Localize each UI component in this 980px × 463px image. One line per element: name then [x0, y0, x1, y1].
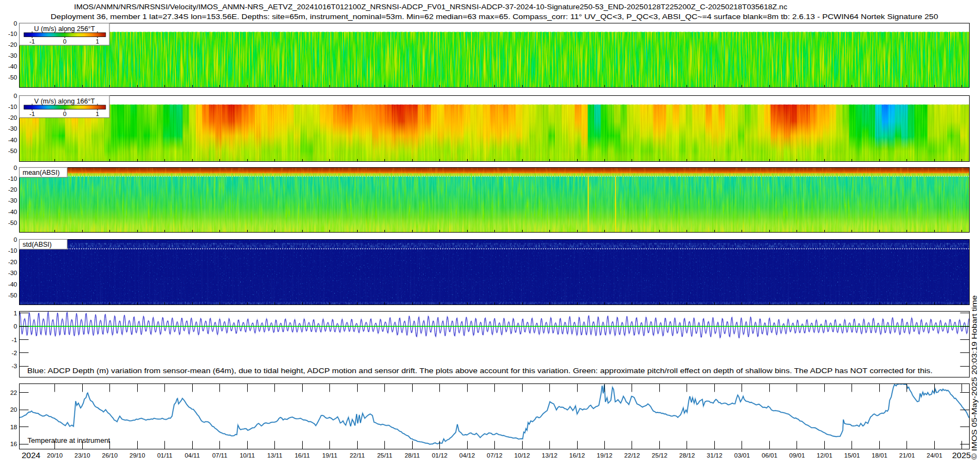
svg-text:06/01: 06/01 [762, 452, 777, 459]
svg-text:04/12: 04/12 [460, 452, 475, 459]
svg-text:-30: -30 [8, 270, 17, 276]
svg-text:-10: -10 [8, 31, 17, 37]
svg-text:15/01: 15/01 [844, 452, 860, 459]
svg-text:-30: -30 [8, 197, 17, 204]
svg-text:13/12: 13/12 [542, 452, 558, 459]
svg-text:-40: -40 [8, 209, 17, 215]
svg-text:1: 1 [14, 310, 17, 316]
svg-text:31/12: 31/12 [707, 452, 722, 459]
svg-text:16/11: 16/11 [295, 452, 310, 459]
svg-text:26/10: 26/10 [102, 452, 118, 459]
svg-text:01/11: 01/11 [157, 452, 173, 459]
svg-text:07/12: 07/12 [487, 452, 503, 459]
svg-text:16/12: 16/12 [569, 452, 585, 459]
svg-text:19/12: 19/12 [597, 452, 612, 459]
svg-text:20: 20 [10, 406, 17, 413]
svg-text:Blue: ADCP Depth (m) variation: Blue: ADCP Depth (m) variation from sens… [27, 367, 933, 375]
svg-text:2025: 2025 [952, 450, 971, 460]
svg-text:-50: -50 [8, 292, 17, 298]
svg-text:mean(ABSI): mean(ABSI) [23, 169, 60, 176]
svg-text:-1: -1 [11, 337, 17, 343]
svg-text:-1: -1 [29, 38, 35, 45]
svg-text:0: 0 [14, 165, 17, 171]
svg-text:19/11: 19/11 [322, 452, 338, 459]
svg-text:std(ABSI): std(ABSI) [23, 241, 52, 248]
svg-text:03/01: 03/01 [734, 452, 750, 459]
svg-text:18/01: 18/01 [872, 452, 887, 459]
svg-text:0: 0 [14, 323, 17, 330]
svg-text:2024: 2024 [22, 450, 41, 460]
svg-text:Deployment 36, member 1 lat=27: Deployment 36, member 1 lat=27.34S lon=1… [51, 13, 938, 21]
svg-text:-10: -10 [8, 175, 17, 182]
svg-text:0: 0 [14, 93, 17, 99]
svg-text:25/12: 25/12 [652, 452, 667, 459]
svg-text:0: 0 [63, 111, 66, 117]
svg-text:-30: -30 [8, 125, 17, 132]
svg-text:IMOS/ANMN/NRS/NRSNSI/Velocity/: IMOS/ANMN/NRS/NRSNSI/Velocity/IMOS_ANMN-… [74, 3, 787, 11]
svg-text:20/10: 20/10 [47, 452, 63, 459]
svg-text:Temperature at instrument: Temperature at instrument [28, 436, 111, 444]
svg-text:07/11: 07/11 [212, 452, 228, 459]
svg-text:25/11: 25/11 [377, 452, 393, 459]
svg-text:10/11: 10/11 [240, 452, 255, 459]
svg-text:-40: -40 [8, 137, 17, 143]
svg-text:24/01: 24/01 [927, 452, 942, 459]
svg-text:22/11: 22/11 [350, 452, 365, 459]
svg-text:0: 0 [63, 38, 66, 45]
svg-text:16: 16 [10, 441, 17, 447]
svg-text:-10: -10 [8, 103, 17, 110]
svg-text:22: 22 [10, 389, 17, 396]
svg-text:-50: -50 [8, 220, 17, 226]
svg-text:-20: -20 [8, 186, 17, 193]
svg-text:-40: -40 [8, 281, 17, 288]
svg-text:04/11: 04/11 [185, 452, 200, 459]
svg-text:1: 1 [96, 38, 99, 45]
svg-text:09/01: 09/01 [789, 452, 805, 459]
svg-text:18: 18 [10, 424, 17, 430]
svg-text:-50: -50 [8, 148, 17, 154]
svg-text:-3: -3 [11, 363, 17, 369]
svg-text:-50: -50 [8, 74, 17, 81]
svg-text:13/11: 13/11 [267, 452, 283, 459]
svg-text:V (m/s) along 166°T: V (m/s) along 166°T [34, 98, 95, 105]
svg-text:10/12: 10/12 [514, 452, 530, 459]
svg-text:21/01: 21/01 [899, 452, 915, 459]
svg-text:-10: -10 [8, 247, 17, 254]
svg-text:1: 1 [96, 111, 99, 117]
svg-text:-1: -1 [29, 111, 35, 117]
svg-text:0: 0 [14, 236, 17, 243]
svg-text:0: 0 [14, 20, 17, 27]
svg-text:12/01: 12/01 [817, 452, 832, 459]
svg-text:22/12: 22/12 [624, 452, 640, 459]
svg-text:-30: -30 [8, 52, 17, 59]
svg-text:-2: -2 [11, 350, 17, 356]
svg-text:23/10: 23/10 [75, 452, 90, 459]
svg-text:29/10: 29/10 [130, 452, 145, 459]
svg-text:28/12: 28/12 [679, 452, 695, 459]
svg-text:U (m/s) along 256°T: U (m/s) along 256°T [34, 25, 95, 33]
svg-text:© IMOS 05-May-2025 20:03:19 Ho: © IMOS 05-May-2025 20:03:19 Hobart time [970, 295, 978, 460]
svg-text:-20: -20 [8, 41, 17, 48]
svg-text:01/12: 01/12 [432, 452, 448, 459]
svg-text:-20: -20 [8, 259, 17, 265]
svg-text:28/11: 28/11 [405, 452, 420, 459]
svg-text:-40: -40 [8, 63, 17, 70]
svg-text:-20: -20 [8, 114, 17, 121]
